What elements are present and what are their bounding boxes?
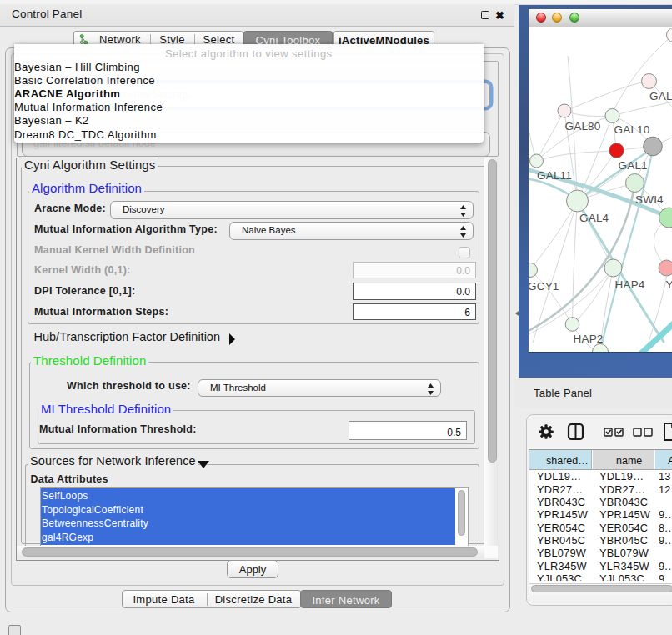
- svg-text:GAL4: GAL4: [579, 212, 609, 224]
- svg-text:GAL11: GAL11: [537, 169, 572, 182]
- svg-text:GAL80: GAL80: [565, 120, 601, 132]
- svg-text:HAP2: HAP2: [574, 332, 604, 345]
- svg-text:GAL1: GAL1: [619, 159, 648, 172]
- svg-text:HAP4: HAP4: [615, 278, 645, 291]
- svg-text:GAL10: GAL10: [614, 123, 650, 136]
- svg-text:GCY1: GCY1: [529, 280, 559, 292]
- svg-text:Y: Y: [666, 278, 672, 291]
- svg-text:SWI4: SWI4: [635, 193, 664, 206]
- svg-text:GAL2: GAL2: [649, 90, 672, 102]
